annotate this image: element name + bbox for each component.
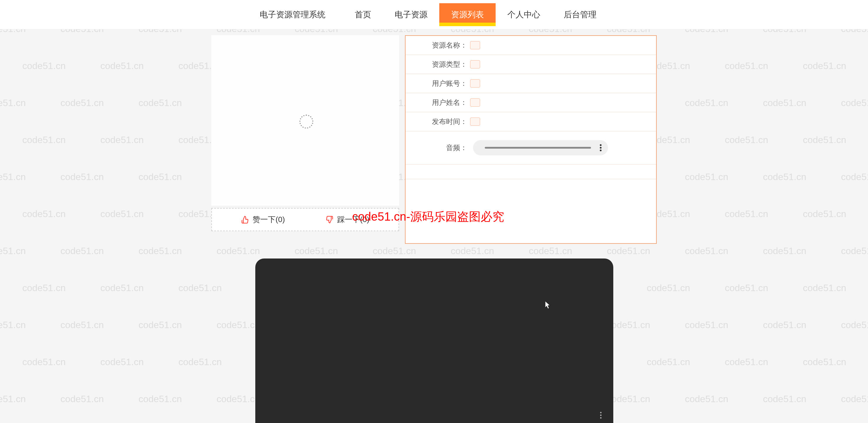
video-player[interactable] xyxy=(255,258,613,423)
audio-label: 音频： xyxy=(420,143,467,152)
detail-row-user-name: 用户姓名： xyxy=(406,93,656,112)
nav-tabs: 首页 电子资源 资源列表 个人中心 后台管理 xyxy=(343,3,608,26)
detail-row-audio: 音频： xyxy=(406,131,656,165)
empty-row xyxy=(406,165,656,179)
resource-type-label: 资源类型： xyxy=(420,60,467,69)
resource-name-value xyxy=(470,41,480,49)
publish-time-label: 发布时间： xyxy=(420,117,467,126)
audio-menu-icon[interactable] xyxy=(600,144,602,151)
detail-row-publish-time: 发布时间： xyxy=(406,112,656,131)
nav-tab-eresource[interactable]: 电子资源 xyxy=(383,3,439,26)
nav-tab-admin[interactable]: 后台管理 xyxy=(552,3,608,26)
detail-row-user-account: 用户账号： xyxy=(406,74,656,93)
center-watermark: code51.cn-源码乐园盗图必究 xyxy=(352,208,504,225)
user-name-label: 用户姓名： xyxy=(420,98,467,107)
nav-tab-personal[interactable]: 个人中心 xyxy=(496,3,552,26)
detail-row-resource-type: 资源类型： xyxy=(406,55,656,74)
thumbs-down-icon xyxy=(326,216,334,224)
audio-player[interactable] xyxy=(473,140,608,156)
user-name-value xyxy=(470,98,480,107)
loading-spinner-icon xyxy=(299,115,311,126)
nav-tab-resource-list[interactable]: 资源列表 xyxy=(439,3,496,26)
like-label: 赞一下(0) xyxy=(253,215,285,225)
detail-row-resource-name: 资源名称： xyxy=(406,36,656,55)
thumbs-up-icon xyxy=(241,216,249,224)
nav-tab-home[interactable]: 首页 xyxy=(343,3,383,26)
user-account-value xyxy=(470,79,480,88)
image-placeholder xyxy=(211,35,399,206)
resource-name-label: 资源名称： xyxy=(420,40,467,50)
left-panel: 赞一下(0) 踩一下(0) xyxy=(211,35,399,231)
video-menu-icon[interactable] xyxy=(600,412,601,419)
top-navigation: 电子资源管理系统 首页 电子资源 资源列表 个人中心 后台管理 xyxy=(0,0,868,29)
like-button[interactable]: 赞一下(0) xyxy=(241,215,285,225)
publish-time-value xyxy=(470,117,480,126)
audio-progress-bar[interactable] xyxy=(485,147,591,149)
resource-type-value xyxy=(470,60,480,68)
user-account-label: 用户账号： xyxy=(420,79,467,88)
system-title: 电子资源管理系统 xyxy=(260,9,326,20)
